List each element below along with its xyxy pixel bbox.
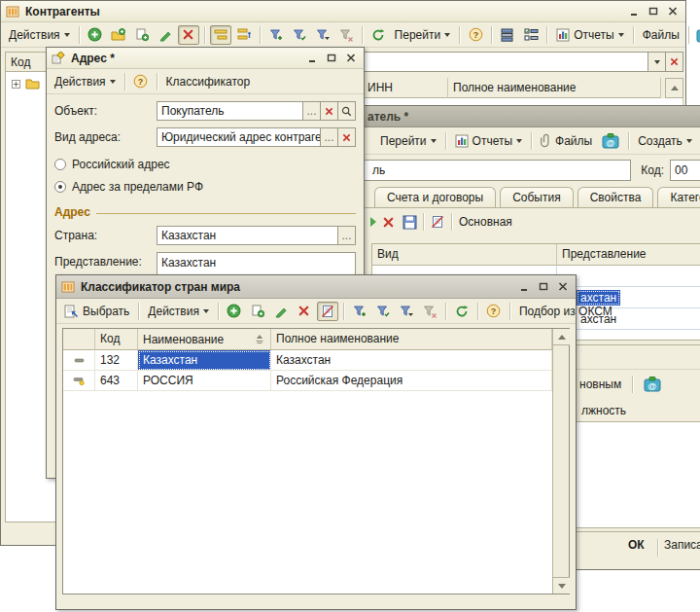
delete-button[interactable]	[294, 302, 315, 321]
minimize-icon[interactable]	[515, 279, 532, 294]
help-button[interactable]: ?	[483, 302, 505, 321]
close-icon[interactable]	[342, 51, 359, 65]
filter-clear-button[interactable]	[419, 302, 440, 321]
contact-col-presentation[interactable]: Представление	[557, 244, 700, 266]
tab-events[interactable]: События	[500, 187, 574, 208]
scroll-up-button[interactable]	[553, 329, 570, 345]
classifier-button[interactable]: Классификатор	[162, 73, 255, 90]
scroll-down-button[interactable]	[553, 577, 570, 594]
create-menu-button[interactable]: Создать	[634, 132, 696, 150]
copy-button[interactable]	[131, 25, 153, 45]
vertical-scrollbar[interactable]	[552, 329, 569, 594]
go-menu-button[interactable]: Перейти	[391, 26, 455, 44]
search-combo-input[interactable]	[363, 52, 648, 72]
scroll-up-button[interactable]	[665, 78, 683, 98]
reports-menu-button[interactable]: Отчеты	[451, 132, 526, 150]
mail-button[interactable]: @	[640, 375, 665, 394]
edit-button[interactable]	[270, 302, 292, 321]
list-settings-button[interactable]	[497, 25, 518, 45]
show-deleted-button[interactable]	[427, 212, 448, 232]
filter-history-button[interactable]	[396, 302, 417, 321]
col-header-name[interactable]: Наименование	[138, 329, 271, 350]
minimize-icon[interactable]	[303, 51, 320, 65]
select-button[interactable]: Выбрать	[60, 303, 133, 320]
cell-fullname[interactable]: Казахстан	[271, 350, 552, 371]
hierarchy-view-button[interactable]	[210, 25, 231, 45]
object-open-button[interactable]	[338, 101, 356, 121]
add-button[interactable]	[85, 25, 106, 45]
address-kind-input[interactable]: Юридический адрес контрагента	[157, 127, 321, 147]
add-button[interactable]	[224, 302, 245, 321]
object-clear-button[interactable]	[321, 101, 338, 121]
kontragenty-titlebar[interactable]: Контрагенты	[1, 1, 685, 22]
add-group-button[interactable]	[108, 25, 129, 45]
copy-button[interactable]	[247, 302, 268, 321]
tree-expand-icon[interactable]	[12, 80, 20, 89]
write-button[interactable]: Записа	[660, 536, 700, 554]
combo-dropdown-button[interactable]	[648, 52, 666, 72]
radio-foreign-address[interactable]: Адрес за пределами РФ	[54, 180, 356, 194]
cell-code[interactable]: 132	[95, 350, 138, 371]
mail-button[interactable]: @	[598, 131, 623, 151]
tab-properties[interactable]: Свойства	[578, 187, 654, 208]
refresh-button[interactable]	[451, 302, 472, 321]
help-button[interactable]: ?	[130, 72, 152, 91]
files-button[interactable]: Файлы	[639, 26, 683, 44]
address-kind-clear-button[interactable]	[338, 127, 356, 147]
filter-by-value-button[interactable]	[289, 25, 310, 45]
go-menu-button[interactable]: Перейти	[376, 132, 440, 150]
list-col-fullname[interactable]: Полное наименование	[448, 78, 661, 98]
filter-set-button[interactable]	[265, 25, 287, 45]
tab-accounts-contracts[interactable]: Счета и договоры	[374, 187, 496, 208]
tab-categories[interactable]: Категории	[657, 187, 700, 208]
actions-menu-button[interactable]: Действия	[51, 73, 120, 90]
list-filter-settings-button[interactable]	[520, 25, 542, 45]
pick-from-oksm-button[interactable]: Подбор из ОКСМ	[515, 303, 616, 320]
table-row[interactable]: 132 Казахстан Казахстан	[63, 350, 552, 371]
show-deleted-button[interactable]	[317, 302, 338, 321]
country-input[interactable]: Казахстан	[157, 226, 338, 245]
radio-russian-address[interactable]: Российский адрес	[54, 158, 356, 171]
mail-button[interactable]: @	[694, 25, 700, 45]
reports-menu-button[interactable]: Отчеты	[552, 26, 627, 44]
close-icon[interactable]	[554, 279, 571, 294]
close-icon[interactable]	[664, 4, 681, 18]
country-choose-button[interactable]: ...	[338, 226, 356, 245]
help-button[interactable]: ?	[465, 25, 486, 45]
filter-set-button[interactable]	[349, 302, 370, 321]
maximize-icon[interactable]	[535, 279, 551, 294]
filter-clear-button[interactable]	[335, 25, 357, 45]
position-col-header[interactable]: лжность	[576, 401, 700, 422]
address-kind-choose-button[interactable]: ...	[321, 127, 338, 147]
set-main-button[interactable]: новным	[576, 376, 625, 393]
table-empty-area[interactable]	[63, 391, 552, 594]
hierarchy-order-button[interactable]	[233, 25, 255, 45]
view-main-button[interactable]: Основная	[455, 213, 516, 231]
cell-name[interactable]: РОССИЯ	[138, 371, 271, 391]
filter-history-button[interactable]	[312, 25, 333, 45]
delete-row-button[interactable]	[377, 212, 399, 232]
list-col-inn[interactable]: ИНН	[363, 78, 448, 98]
object-input[interactable]: Покупатель	[157, 101, 303, 121]
table-row[interactable]: 643 РОССИЯ Российская Федерация	[63, 371, 552, 391]
save-ok-button[interactable]	[399, 212, 420, 232]
cell-code[interactable]: 643	[95, 371, 138, 391]
filter-by-value-button[interactable]	[372, 302, 394, 321]
classifier-titlebar[interactable]: Классификатор стран мира	[56, 275, 576, 299]
contact-col-kind[interactable]: Вид	[372, 244, 557, 266]
refresh-button[interactable]	[368, 25, 389, 45]
actions-menu-button[interactable]: Действия	[5, 26, 74, 44]
maximize-icon[interactable]	[645, 4, 661, 18]
address-titlebar[interactable]: Адрес *	[47, 48, 364, 69]
col-header-fullname[interactable]: Полное наименование	[271, 329, 552, 350]
files-button[interactable]: Файлы	[537, 131, 596, 150]
combo-clear-button[interactable]	[666, 52, 683, 72]
buyer-code-input[interactable]: 00	[670, 160, 700, 181]
edit-button[interactable]	[155, 25, 176, 45]
minimize-icon[interactable]	[625, 4, 642, 18]
delete-button[interactable]	[178, 25, 199, 45]
actions-menu-button[interactable]: Действия	[144, 303, 213, 320]
maximize-icon[interactable]	[323, 51, 339, 65]
ok-button[interactable]: ОК	[624, 536, 648, 554]
object-choose-button[interactable]: ...	[303, 101, 321, 121]
